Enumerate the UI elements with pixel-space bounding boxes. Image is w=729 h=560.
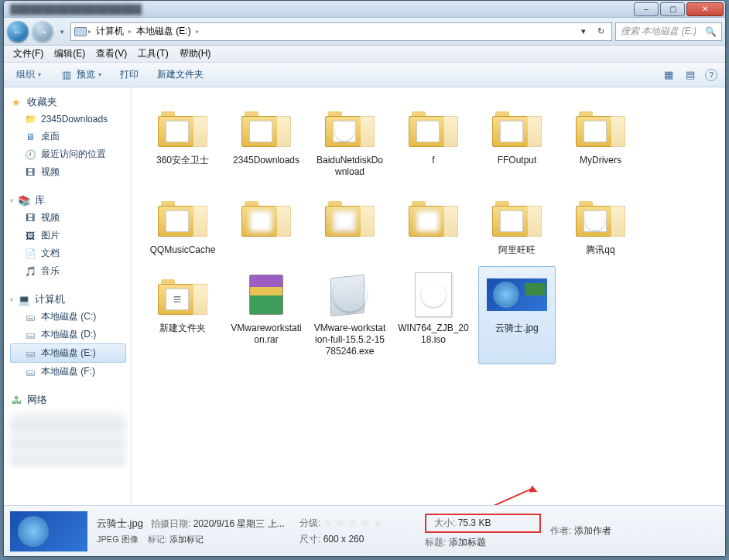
help-button[interactable]: ?	[705, 69, 717, 81]
sidebar-libraries-header[interactable]: ▿ 📚 库	[10, 192, 131, 209]
preview-icon: ▥	[60, 68, 74, 82]
sidebar-item-lib-video[interactable]: 🎞视频	[10, 209, 131, 227]
menubar: 文件(F) 编辑(E) 查看(V) 工具(T) 帮助(H)	[4, 46, 725, 63]
network-label: 网络	[27, 393, 47, 407]
sidebar-item-lib-pictures[interactable]: 🖼图片	[10, 227, 131, 244]
author-label: 作者:	[550, 525, 571, 536]
drive-icon: 🖴	[24, 311, 36, 323]
addr-dropdown[interactable]: ▾	[576, 24, 591, 39]
installer-icon	[320, 270, 380, 319]
folder-icon	[236, 102, 296, 152]
print-button[interactable]: 打印	[115, 66, 143, 84]
file-item[interactable]: 360安全卫士	[144, 98, 221, 185]
folder-icon	[236, 192, 296, 241]
file-item[interactable]	[228, 188, 305, 263]
view-mode-button[interactable]: ▦	[662, 68, 676, 82]
file-label: MyDrivers	[580, 155, 621, 166]
file-label: VMwareworkstation.rar	[230, 323, 303, 346]
maximize-button[interactable]: ▢	[660, 2, 685, 16]
drive-icon	[74, 27, 87, 36]
sidebar-item-label: 文档	[41, 247, 60, 260]
menu-file[interactable]: 文件(F)	[9, 46, 48, 62]
sidebar-item-label: 本地磁盘 (D:)	[41, 328, 96, 341]
file-item[interactable]: VMware-workstation-full-15.5.2-15785246.…	[311, 266, 388, 364]
author-value[interactable]: 添加作者	[574, 525, 611, 536]
crumb-sep: ▸	[128, 28, 132, 35]
size-highlight: 大小: 75.3 KB	[425, 514, 541, 533]
title-value[interactable]: 添加标题	[449, 537, 486, 548]
sidebar-item-lib-documents[interactable]: 📄文档	[10, 244, 131, 262]
drive-icon: 🖴	[24, 366, 36, 378]
size-label: 大小:	[434, 517, 455, 528]
file-item[interactable]: 阿里旺旺	[478, 188, 556, 263]
menu-tools[interactable]: 工具(T)	[133, 46, 173, 62]
file-item[interactable]: 云骑士.jpg	[478, 266, 556, 364]
file-item[interactable]: FFOutput	[478, 98, 556, 185]
folder-icon	[570, 102, 631, 152]
menu-view[interactable]: 查看(V)	[91, 46, 132, 62]
sidebar-item-drive-d[interactable]: 🖴本地磁盘 (D:)	[10, 326, 131, 343]
file-item[interactable]: MyDrivers	[562, 98, 639, 185]
file-item[interactable]: f	[395, 98, 472, 185]
file-item[interactable]: 2345Downloads	[228, 98, 305, 185]
body: ★ 收藏夹 📁2345Downloads 🖥桌面 🕘最近访问的位置 🎞视频 ▿ …	[4, 87, 725, 505]
document-icon: 📄	[24, 248, 36, 260]
sidebar-item-2345downloads[interactable]: 📁2345Downloads	[10, 111, 131, 128]
computer-label: 计算机	[35, 292, 65, 306]
sidebar-item-lib-music[interactable]: 🎵音乐	[10, 262, 131, 280]
search-input[interactable]: 搜索 本地磁盘 (E:) 🔍	[615, 22, 722, 41]
sidebar-network-header[interactable]: 🖧 网络	[10, 391, 131, 408]
file-grid: 360安全卫士2345DownloadsBaiduNetdiskDownload…	[144, 98, 717, 364]
sidebar-computer-header[interactable]: ▿ 💻 计算机	[10, 291, 131, 308]
forward-button[interactable]: →	[32, 21, 53, 43]
file-item[interactable]	[395, 188, 472, 263]
sidebar-blurred-items	[10, 411, 126, 466]
file-pane[interactable]: 360安全卫士2345DownloadsBaiduNetdiskDownload…	[132, 87, 725, 505]
sidebar-item-desktop[interactable]: 🖥桌面	[10, 128, 131, 145]
sidebar-item-label: 本地磁盘 (E:)	[41, 347, 96, 360]
jpg-icon	[487, 270, 547, 319]
preview-label: 预览	[77, 68, 95, 81]
rating-stars[interactable]: ☆ ☆ ☆ ☆ ☆	[323, 517, 383, 528]
file-item[interactable]: WIN764_ZJB_2018.iso	[395, 266, 472, 364]
back-button[interactable]: ←	[7, 21, 29, 43]
sidebar-favorites-header[interactable]: ★ 收藏夹	[10, 94, 131, 111]
network-icon: 🖧	[10, 394, 22, 406]
address-bar[interactable]: ▸ 计算机 ▸ 本地磁盘 (E:) ▸ ▾ ↻	[70, 22, 612, 41]
shot-date-value: 2020/9/16 星期三 上...	[193, 518, 285, 529]
close-button[interactable]: ✕	[686, 2, 724, 16]
preview-pane-button[interactable]: ▤	[683, 68, 697, 82]
new-folder-button[interactable]: 新建文件夹	[152, 66, 208, 84]
breadcrumb-computer[interactable]: 计算机	[93, 25, 127, 38]
sidebar-favorites: ★ 收藏夹 📁2345Downloads 🖥桌面 🕘最近访问的位置 🎞视频	[10, 94, 131, 181]
file-item[interactable]: VMwareworkstation.rar	[228, 266, 305, 364]
breadcrumb-drive[interactable]: 本地磁盘 (E:)	[133, 25, 194, 38]
file-item[interactable]: QQMusicCache	[144, 188, 221, 263]
expand-icon: ▿	[10, 197, 13, 204]
sidebar-item-drive-e[interactable]: 🖴本地磁盘 (E:)	[10, 343, 126, 363]
drive-icon: 🖴	[24, 329, 36, 341]
sidebar-item-recent[interactable]: 🕘最近访问的位置	[10, 145, 131, 163]
details-pane: 云骑士.jpg 拍摄日期: 2020/9/16 星期三 上... JPEG 图像…	[4, 505, 725, 556]
menu-edit[interactable]: 编辑(E)	[50, 46, 90, 62]
refresh-button[interactable]: ↻	[593, 24, 608, 39]
library-icon: 📚	[18, 194, 30, 207]
sidebar-item-drive-c[interactable]: 🖴本地磁盘 (C:)	[10, 308, 131, 326]
sidebar: ★ 收藏夹 📁2345Downloads 🖥桌面 🕘最近访问的位置 🎞视频 ▿ …	[4, 87, 132, 505]
tag-value[interactable]: 添加标记	[169, 534, 204, 544]
file-item[interactable]: BaiduNetdiskDownload	[311, 98, 388, 185]
sidebar-network: 🖧 网络	[10, 391, 131, 466]
dim-label: 尺寸:	[299, 534, 320, 545]
file-item[interactable]	[311, 188, 388, 263]
sidebar-item-label: 图片	[41, 229, 60, 242]
sidebar-item-videos[interactable]: 🎞视频	[10, 163, 131, 181]
file-item[interactable]: 腾讯qq	[562, 188, 639, 263]
nav-history-dropdown[interactable]: ▾	[56, 21, 67, 43]
preview-button[interactable]: ▥ 预览 ▾	[55, 66, 106, 84]
minimize-button[interactable]: –	[634, 2, 659, 16]
computer-icon: 💻	[18, 293, 30, 306]
menu-help[interactable]: 帮助(H)	[175, 46, 216, 62]
sidebar-item-drive-f[interactable]: 🖴本地磁盘 (F:)	[10, 363, 131, 381]
organize-button[interactable]: 组织 ▾	[12, 66, 46, 84]
file-item[interactable]: ≡新建文件夹	[144, 266, 221, 364]
